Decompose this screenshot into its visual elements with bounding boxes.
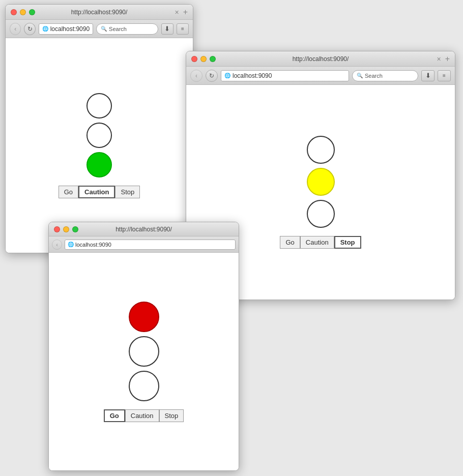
address-bar-1[interactable]: 🌐 localhost:9090 — [39, 23, 93, 35]
back-button-2[interactable]: ‹ — [190, 70, 202, 82]
traffic-light-app-3 — [129, 302, 159, 401]
search-icon-1: 🔍 — [101, 26, 107, 32]
search-bar-1[interactable]: 🔍 Search — [96, 23, 158, 35]
window-title-1: http://localhost:9090/ — [71, 9, 128, 16]
control-buttons-1: Go Caution Stop — [59, 186, 140, 198]
title-bar-3: http://localhost:9090/ — [49, 222, 239, 236]
browser-window-3: http://localhost:9090/ ‹ 🌐 localhost:909… — [48, 222, 239, 471]
control-buttons-2: Go Caution Stop — [280, 236, 361, 249]
pocket-button-1[interactable]: ⬇ — [161, 23, 173, 35]
go-button-3[interactable]: Go — [104, 409, 125, 422]
yellow-light-1 — [86, 123, 112, 148]
red-light-1 — [86, 93, 112, 118]
globe-icon-2: 🌐 — [224, 73, 230, 78]
new-tab-icon-1[interactable]: + — [183, 8, 188, 17]
search-placeholder-2: Search — [365, 73, 383, 79]
url-text-1: localhost:9090 — [50, 25, 90, 33]
maximize-button-2[interactable] — [210, 56, 216, 62]
maximize-button-3[interactable] — [72, 226, 78, 232]
back-button-1[interactable]: ‹ — [10, 23, 21, 35]
caution-button-1[interactable]: Caution — [78, 186, 115, 198]
nav-bar-2: ‹ ↻ 🌐 localhost:9090 🔍 Search ⬇ ≡ — [186, 67, 455, 85]
browser-window-1: http://localhost:9090/ × + ‹ ↻ 🌐 localho… — [5, 4, 193, 253]
browser-content-1: Go Caution Stop — [6, 38, 193, 253]
new-tab-icon-2[interactable]: + — [445, 54, 450, 64]
title-bar-2: http://localhost:9090/ × + — [186, 51, 455, 67]
address-bar-3[interactable]: 🌐 localhost:9090 — [65, 240, 236, 250]
minimize-button-2[interactable] — [200, 56, 207, 62]
reload-button-1[interactable]: ↻ — [24, 23, 35, 35]
stop-button-1[interactable]: Stop — [115, 186, 140, 198]
tab-close-icon-2[interactable]: × — [437, 55, 441, 63]
yellow-light-3 — [129, 336, 159, 367]
caution-button-2[interactable]: Caution — [300, 236, 334, 249]
window-title-3: http://localhost:9090/ — [115, 226, 172, 233]
red-light-2 — [307, 136, 335, 164]
menu-button-2[interactable]: ≡ — [438, 70, 451, 81]
traffic-light-app-2 — [307, 136, 335, 228]
window-controls-2 — [191, 56, 216, 62]
green-light-2 — [307, 200, 335, 228]
search-bar-2[interactable]: 🔍 Search — [352, 70, 418, 81]
globe-icon-1: 🌐 — [42, 26, 48, 32]
title-bar-1: http://localhost:9090/ × + — [6, 5, 193, 20]
search-placeholder-1: Search — [109, 26, 127, 32]
window-controls-3 — [54, 226, 78, 232]
go-button-1[interactable]: Go — [59, 186, 78, 198]
browser-content-3: Go Caution Stop — [49, 253, 239, 470]
address-bar-2[interactable]: 🌐 localhost:9090 — [221, 70, 349, 81]
reload-button-2[interactable]: ↻ — [206, 70, 218, 82]
minimize-button-3[interactable] — [63, 226, 69, 232]
tab-close-icon-1[interactable]: × — [175, 8, 179, 16]
green-light-3 — [129, 371, 159, 401]
window-title-2: http://localhost:9090/ — [293, 55, 349, 63]
url-text-2: localhost:9090 — [233, 72, 272, 79]
minimize-button-1[interactable] — [20, 9, 26, 15]
red-light-3 — [129, 302, 159, 332]
nav-bar-1: ‹ ↻ 🌐 localhost:9090 🔍 Search ⬇ ≡ — [6, 20, 193, 38]
control-buttons-3: Go Caution Stop — [104, 409, 184, 422]
stop-button-3[interactable]: Stop — [159, 409, 184, 422]
caution-button-3[interactable]: Caution — [125, 409, 159, 422]
close-button-3[interactable] — [54, 226, 60, 232]
back-button-3[interactable]: ‹ — [52, 240, 62, 250]
window-controls-1 — [11, 9, 35, 15]
nav-bar-3: ‹ 🌐 localhost:9090 — [49, 236, 239, 253]
stop-button-2[interactable]: Stop — [334, 236, 361, 249]
yellow-light-2 — [307, 168, 335, 196]
close-button-2[interactable] — [191, 56, 197, 62]
traffic-light-app-1 — [86, 93, 112, 177]
search-icon-2: 🔍 — [357, 73, 363, 78]
go-button-2[interactable]: Go — [280, 236, 300, 249]
globe-icon-3: 🌐 — [68, 242, 74, 247]
pocket-button-2[interactable]: ⬇ — [421, 70, 435, 81]
menu-button-1[interactable]: ≡ — [177, 23, 189, 35]
green-light-1 — [86, 152, 112, 177]
url-text-3: localhost:9090 — [75, 242, 111, 248]
maximize-button-1[interactable] — [29, 9, 35, 15]
close-button-1[interactable] — [11, 9, 17, 15]
